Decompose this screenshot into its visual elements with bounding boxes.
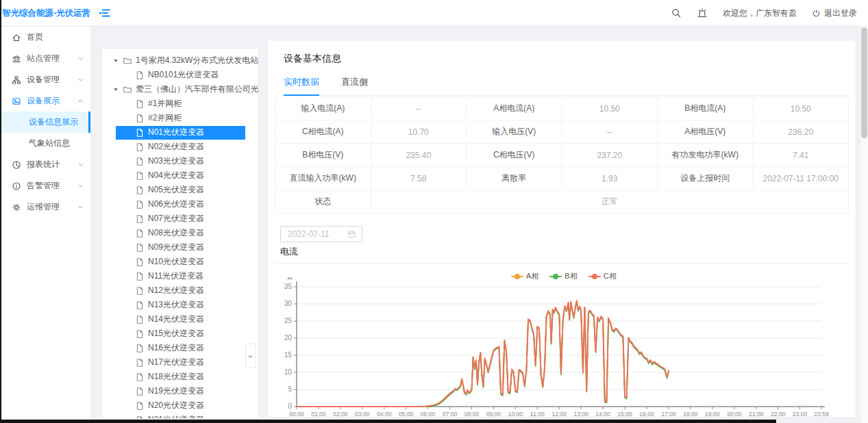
calendar-icon	[347, 230, 356, 239]
tree-item[interactable]: N05光伏逆变器	[102, 183, 258, 197]
file-icon	[135, 214, 145, 224]
logout-button[interactable]: 退出登录	[812, 8, 857, 19]
tree-folder[interactable]: 1号家用4.32kW分布式光伏发电站	[102, 53, 258, 68]
info-label: 设备上报时间	[658, 167, 754, 190]
tree-item[interactable]: #2并网柜	[102, 111, 258, 125]
tree-item-box[interactable]: N11光伏逆变器	[135, 270, 203, 283]
caret-down-icon[interactable]	[112, 86, 120, 94]
tree-item-box[interactable]: N13光伏逆变器	[135, 298, 204, 312]
tree-item-box[interactable]: N20光伏逆变器	[135, 399, 204, 413]
tree-item-box[interactable]: #2并网柜	[135, 112, 182, 125]
tree-item-box[interactable]: N04光伏逆变器	[135, 169, 204, 183]
tree-item[interactable]: N13光伏逆变器	[102, 298, 258, 312]
tree-item[interactable]: N12光伏逆变器	[102, 283, 258, 298]
tree-item-box[interactable]: N02光伏逆变器	[135, 140, 204, 154]
tree-item[interactable]: N03光伏逆变器	[102, 154, 258, 168]
tree-item[interactable]: N20光伏逆变器	[102, 398, 258, 413]
display-icon	[12, 97, 21, 106]
scrollbar-thumb[interactable]	[861, 27, 867, 138]
tree-item[interactable]: N07光伏逆变器	[102, 212, 258, 226]
tree-item[interactable]: N08光伏逆变器	[102, 226, 258, 240]
device-info-panel: 设备基本信息 实时数据直流侧 输入电流(A)--A相电流(A)10.50B相电流…	[267, 40, 856, 418]
tree-item-box[interactable]: N16光伏逆变器	[135, 342, 204, 355]
tree-item[interactable]: N09光伏逆变器	[102, 240, 258, 255]
sidebar-item-alarm-management[interactable]: 告警管理	[1, 175, 90, 196]
tree-item-box[interactable]: N15光伏逆变器	[135, 327, 204, 341]
x-tick-label: 21:00	[749, 411, 764, 417]
sidebar-item-label: 首页	[27, 31, 43, 43]
tree-folder[interactable]: 爱三（佛山）汽车部件有限公司光伏发	[102, 82, 258, 97]
tree-item-box[interactable]: N08光伏逆变器	[135, 227, 204, 240]
date-picker[interactable]: 2022-07-11	[280, 226, 362, 242]
tree-item[interactable]: N06光伏逆变器	[102, 197, 258, 212]
tab-0[interactable]: 实时数据	[284, 70, 319, 96]
search-icon[interactable]	[671, 8, 682, 18]
tree-item-box[interactable]: N21光伏逆变器	[135, 413, 204, 420]
tree-item[interactable]: N18光伏逆变器	[102, 370, 258, 384]
menu-fold-icon[interactable]	[98, 7, 110, 19]
x-tick-label: 08:00	[464, 411, 480, 417]
tree-node-label: N05光伏逆变器	[148, 184, 204, 196]
x-tick-label: 22:00	[771, 411, 786, 417]
tree-item-box[interactable]: N10光伏逆变器	[135, 255, 204, 269]
header-right: 欢迎您，广东智有盈 退出登录	[671, 0, 857, 26]
sidebar-item-ops-management[interactable]: 运维管理	[1, 196, 90, 218]
tree-item-box[interactable]: NB0101光伏逆变器	[135, 68, 219, 82]
tab-1[interactable]: 直流侧	[341, 70, 368, 96]
tree-item-box[interactable]: N18光伏逆变器	[135, 370, 204, 384]
file-icon	[135, 387, 145, 396]
tree-item[interactable]: N04光伏逆变器	[102, 168, 258, 183]
tree-item[interactable]: N19光伏逆变器	[102, 384, 258, 398]
tree-item[interactable]: N11光伏逆变器	[102, 269, 258, 283]
file-icon	[135, 372, 145, 382]
sidebar-item-weather-station-info[interactable]: 气象站信息	[1, 133, 90, 154]
file-icon	[135, 171, 145, 181]
tree-item[interactable]: N01光伏逆变器	[102, 125, 258, 140]
caret-down-icon[interactable]	[112, 57, 120, 65]
info-label: 有功发电功率(kW)	[658, 144, 754, 167]
ops-icon	[12, 203, 21, 212]
tree-item-box[interactable]: N14光伏逆变器	[135, 313, 204, 326]
tree-collapse-handle[interactable]: «	[245, 344, 256, 368]
tree-node-label: N04光伏逆变器	[148, 170, 204, 181]
tree-item[interactable]: N10光伏逆变器	[102, 255, 258, 269]
tree-item-box[interactable]: N07光伏逆变器	[135, 212, 204, 226]
chevron-down-icon	[77, 55, 84, 62]
x-tick-label: 23:59	[814, 411, 829, 417]
tree-item-box[interactable]: N01光伏逆变器	[116, 126, 245, 140]
tree-item-box[interactable]: N17光伏逆变器	[135, 356, 204, 370]
tree-item-box[interactable]: N19光伏逆变器	[135, 385, 204, 398]
tree-item[interactable]: N21光伏逆变器	[102, 413, 258, 419]
tree-item[interactable]: N15光伏逆变器	[102, 326, 258, 341]
file-icon	[135, 300, 145, 310]
tree-item[interactable]: #1并网柜	[102, 97, 258, 111]
tree-item-box[interactable]: N09光伏逆变器	[135, 241, 204, 255]
sidebar-item-report-statistics[interactable]: 报表统计	[1, 154, 90, 175]
tree-item-box[interactable]: N06光伏逆变器	[135, 198, 204, 212]
alarm-siren-icon[interactable]	[697, 8, 708, 18]
sidebar-item-label: 运维管理	[27, 201, 60, 213]
tree-item-box[interactable]: #1并网柜	[135, 97, 182, 111]
sidebar-item-home[interactable]: 首页	[1, 27, 90, 48]
tree-item[interactable]: N02光伏逆变器	[102, 140, 258, 154]
welcome-text: 欢迎您，广东智有盈	[723, 8, 797, 19]
tree-item[interactable]: N17光伏逆变器	[102, 355, 258, 370]
sidebar-item-label: 站点管理	[27, 53, 60, 64]
tree-item-box[interactable]: N12光伏逆变器	[135, 284, 204, 298]
sidebar-item-device-display[interactable]: 设备展示	[1, 90, 90, 112]
y-tick-label: 30	[284, 300, 293, 307]
status-value: 正常	[371, 190, 849, 214]
info-label: 直流输入功率(kW)	[275, 167, 371, 190]
info-value: 2022-07-11 17:00:00	[753, 167, 849, 190]
tree-item[interactable]: N14光伏逆变器	[102, 312, 258, 326]
tree-item-box[interactable]: N05光伏逆变器	[135, 183, 204, 197]
tree-node-label: 1号家用4.32kW分布式光伏发电站	[136, 55, 258, 66]
sidebar-item-device-info-display[interactable]: 设备信息展示	[1, 112, 90, 133]
tree-node-label: N02光伏逆变器	[148, 141, 204, 153]
sidebar-item-device-management[interactable]: 设备管理	[1, 69, 90, 90]
tree-item[interactable]: N16光伏逆变器	[102, 341, 258, 355]
tree-item[interactable]: NB0101光伏逆变器	[102, 68, 258, 82]
x-tick-label: 20:00	[727, 411, 742, 417]
sidebar-item-site-management[interactable]: 站点管理	[1, 48, 90, 69]
tree-item-box[interactable]: N03光伏逆变器	[135, 155, 204, 168]
